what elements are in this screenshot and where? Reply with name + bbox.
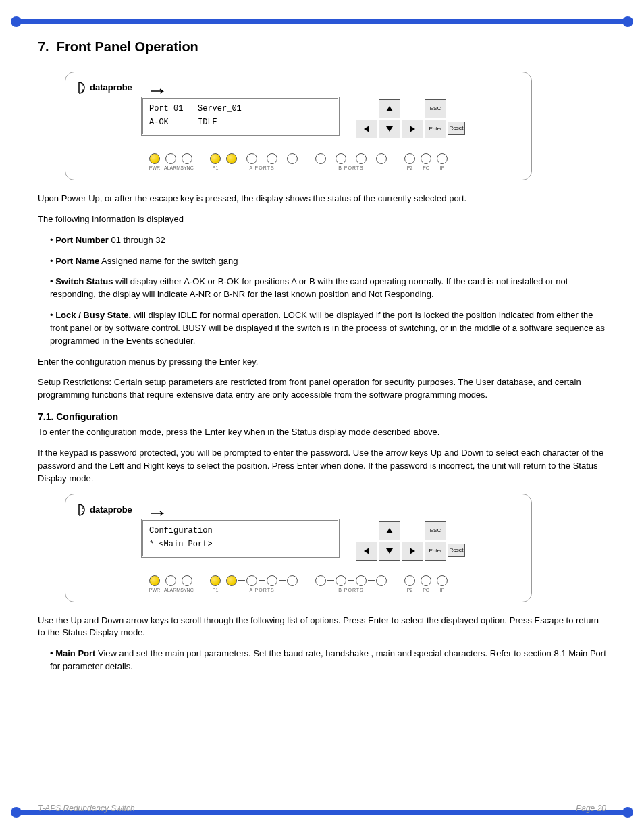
list-item-status: • Switch Status will display either A-OK… — [50, 276, 606, 301]
para-enter: Enter the configuration menus by pressin… — [38, 356, 606, 369]
led-b1 — [315, 575, 326, 586]
led-p2 — [404, 575, 415, 586]
para-config-2: If the keypad is password protected, you… — [38, 447, 606, 486]
esc-button[interactable]: ESC — [425, 99, 446, 118]
section-heading: 7. Front Panel Operation — [38, 39, 606, 55]
led-a1 — [226, 575, 237, 586]
list-item-main: • Main Port View and set the main port p… — [50, 648, 606, 673]
section-rule — [38, 59, 606, 59]
lcd-status: Port 01 Server_01 A-OK IDLE — [141, 97, 340, 136]
led-b4 — [376, 575, 387, 586]
led-pc — [421, 153, 431, 164]
led-a4 — [287, 575, 298, 586]
reset-button[interactable]: Reset — [448, 122, 465, 135]
list-item-port: • Port Number 01 through 32 — [50, 234, 606, 247]
header-rule — [14, 19, 630, 24]
led-p1 — [210, 153, 221, 164]
led-row-2: PWR ALARM SYNC P1 A PORTS — [78, 575, 519, 592]
brand-logo-2: 12dataprobe — [78, 502, 519, 517]
led-sync — [182, 153, 192, 164]
led-p2 — [404, 153, 415, 164]
led-row-1: PWR ALARM SYNC P1 A PORTS — [78, 153, 519, 170]
para-list-intro: The following information is displayed — [38, 213, 606, 226]
led-p1 — [210, 575, 221, 586]
enter-button[interactable]: Enter — [425, 120, 446, 138]
arrow-left-button[interactable] — [356, 542, 377, 561]
arrow-down-button[interactable] — [379, 120, 400, 138]
led-a3 — [267, 153, 277, 164]
enter-button[interactable]: Enter — [425, 542, 446, 561]
arrow-up-button[interactable] — [379, 99, 400, 118]
arrow-up-button[interactable] — [379, 521, 400, 540]
subheading-config: 7.1. Configuration — [38, 411, 606, 422]
arrow-down-button[interactable] — [379, 542, 400, 561]
esc-button[interactable]: ESC — [425, 521, 446, 540]
led-b1 — [315, 153, 326, 164]
para-config-1: To enter the configuration mode, press t… — [38, 426, 606, 439]
reset-button[interactable]: Reset — [448, 544, 465, 557]
svg-text:dataprobe: dataprobe — [90, 82, 132, 93]
led-pwr — [149, 153, 160, 164]
led-a3 — [267, 575, 277, 586]
arrow-right-button[interactable] — [402, 120, 423, 138]
arrow-right-button[interactable] — [402, 542, 423, 561]
led-pwr — [149, 575, 160, 586]
footer-page: Page 20 — [576, 804, 606, 813]
device-panel-status: 12dataprobe Port 01 Server_01 A-OK IDLE … — [65, 72, 532, 180]
led-a2 — [246, 575, 257, 586]
led-pc — [421, 575, 431, 586]
led-b2 — [336, 575, 346, 586]
led-a1 — [226, 153, 237, 164]
footer-product: T-APS Redundancy Switch — [38, 804, 135, 813]
device-panel-config: 12dataprobe Configuration * <Main Port> … — [65, 494, 532, 602]
led-a4 — [287, 153, 298, 164]
keypad: ESC Enter Reset — [356, 99, 468, 137]
led-b3 — [356, 575, 367, 586]
list-item-name: • Port Name Assigned name for the switch… — [50, 255, 606, 268]
led-b4 — [376, 153, 387, 164]
led-b3 — [356, 153, 367, 164]
led-ip — [437, 575, 448, 586]
brand-logo: 12dataprobe — [78, 80, 519, 95]
svg-text:dataprobe: dataprobe — [90, 504, 132, 515]
list-item-state: • Lock / Busy State. will display IDLE f… — [50, 309, 606, 348]
para-intro: Upon Power Up, or after the escape key i… — [38, 192, 606, 205]
arrow-left-button[interactable] — [356, 120, 377, 138]
keypad-2: ESC Enter Reset — [356, 521, 468, 559]
led-ip — [437, 153, 448, 164]
led-alarm — [165, 575, 176, 586]
led-b2 — [336, 153, 346, 164]
lcd-config: Configuration * <Main Port> — [141, 519, 340, 558]
led-sync — [182, 575, 192, 586]
led-a2 — [246, 153, 257, 164]
para-config-list-intro: Use the Up and Down arrow keys to scroll… — [38, 615, 606, 640]
para-restricted: Setup Restrictions: Certain setup parame… — [38, 376, 606, 402]
led-alarm — [165, 153, 176, 164]
